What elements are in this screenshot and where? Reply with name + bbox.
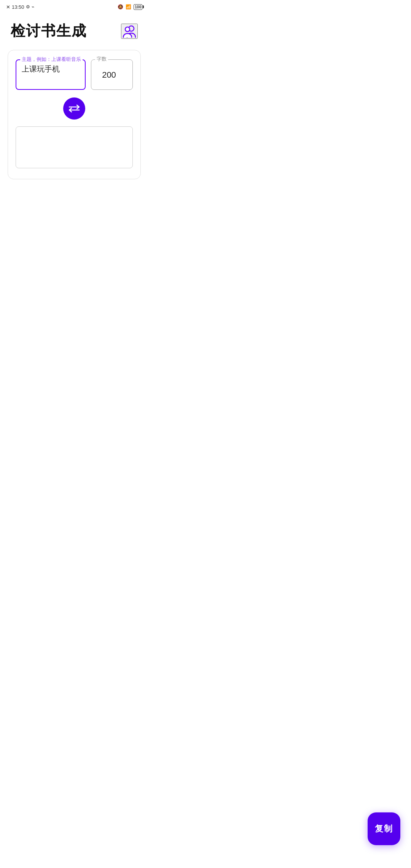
page-title: 检讨书生成 — [11, 21, 87, 41]
user-icon-button[interactable] — [121, 24, 138, 39]
theme-field: 主题，例如：上课看听音乐 — [16, 59, 86, 90]
notification-icon: 🔕 — [118, 4, 123, 10]
svg-point-1 — [125, 27, 130, 32]
wifi-icon: 📶 — [126, 4, 131, 10]
header: 检讨书生成 — [0, 14, 148, 47]
output-textarea[interactable] — [21, 131, 127, 162]
word-count-label: 字数 — [95, 56, 108, 62]
status-time: ✕ 13:50 ⚙ ⌁ — [6, 4, 34, 10]
output-area — [16, 126, 133, 168]
battery-icon: 100 — [134, 4, 142, 10]
theme-label: 主题，例如：上课看听音乐 — [20, 56, 83, 63]
exchange-icon — [68, 104, 80, 113]
input-row: 主题，例如：上课看听音乐 字数 — [16, 59, 133, 90]
status-right: 🔕 📶 100 — [118, 4, 142, 10]
word-count-field: 字数 — [91, 59, 133, 90]
status-bar: ✕ 13:50 ⚙ ⌁ 🔕 📶 100 — [0, 0, 148, 14]
user-group-icon — [122, 24, 137, 38]
exchange-btn-wrap — [16, 97, 133, 120]
main-card: 主题，例如：上课看听音乐 字数 — [8, 50, 141, 179]
theme-input[interactable] — [22, 65, 80, 73]
word-count-input[interactable] — [96, 70, 128, 80]
exchange-button[interactable] — [63, 97, 85, 120]
